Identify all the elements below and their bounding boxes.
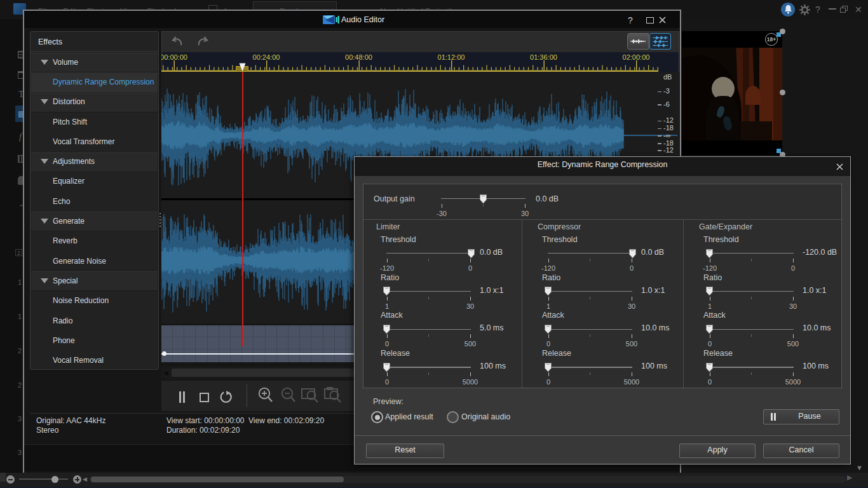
svg-text:00:00:00: 00:00:00 — [161, 53, 187, 61]
svg-text:01:12:00: 01:12:00 — [438, 53, 465, 61]
svg-text:02:00:00: 02:00:00 — [623, 53, 650, 61]
svg-text:00:24:00: 00:24:00 — [253, 53, 280, 61]
svg-text:00:48:00: 00:48:00 — [345, 53, 372, 61]
svg-text:01:36:00: 01:36:00 — [530, 53, 557, 61]
